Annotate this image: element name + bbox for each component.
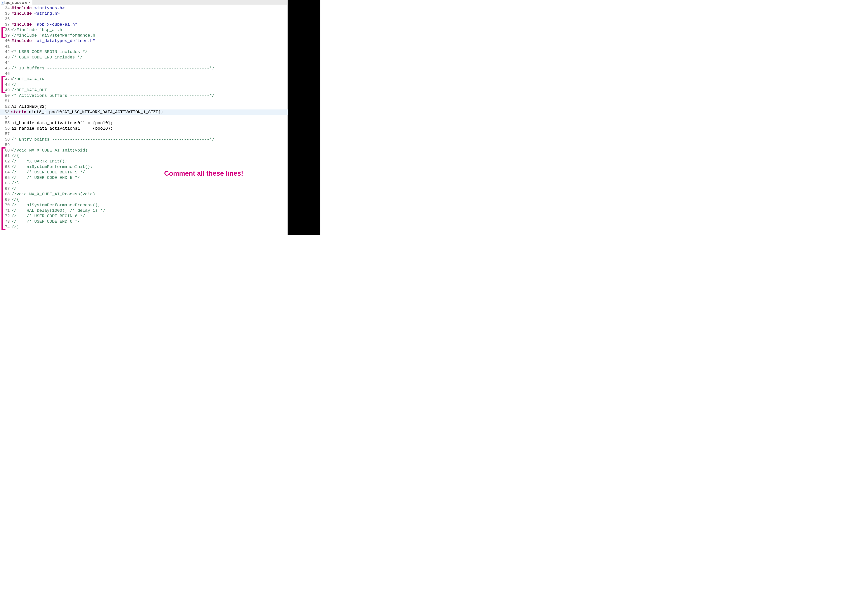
code-line[interactable]: 60//void MX_X_CUBE_AI_Init(void) bbox=[0, 148, 288, 153]
code-line[interactable]: 65// /* USER CODE END 5 */ bbox=[0, 175, 288, 180]
code-line[interactable]: 42/* USER CODE BEGIN includes */ bbox=[0, 49, 288, 55]
line-number: 52 bbox=[0, 104, 11, 110]
code-line[interactable]: 62// MX_UARTx_Init(); bbox=[0, 159, 288, 164]
code-content[interactable]: //#include "bsp_ai.h" bbox=[11, 27, 64, 33]
code-line[interactable]: 43/* USER CODE END includes */ bbox=[0, 55, 288, 60]
line-number: 50 bbox=[0, 93, 11, 98]
code-content[interactable]: //#include "aiSystemPerformance.h" bbox=[11, 33, 98, 38]
code-content[interactable]: //{ bbox=[11, 197, 19, 202]
code-line[interactable]: 41 bbox=[0, 44, 288, 49]
code-content[interactable]: // MX_UARTx_Init(); bbox=[11, 159, 67, 164]
fold-icon[interactable]: ⊝ bbox=[11, 78, 13, 81]
code-line[interactable]: 55ai_handle data_activations0[] = {pool0… bbox=[0, 120, 288, 126]
code-line[interactable]: 34#include <inttypes.h> bbox=[0, 6, 288, 11]
code-line[interactable]: 72// /* USER CODE BEGIN 6 */ bbox=[0, 213, 288, 219]
code-content[interactable]: // aiSystemPerformanceInit(); bbox=[11, 164, 92, 170]
code-editor[interactable]: 34#include <inttypes.h>35#include <strin… bbox=[0, 5, 288, 230]
code-line[interactable]: 38//#include "bsp_ai.h" bbox=[0, 27, 288, 33]
tab-filename: app_x-cube-ai.c bbox=[6, 1, 26, 4]
code-line[interactable]: 47//DEF_DATA_IN bbox=[0, 76, 288, 82]
code-line[interactable]: 63// aiSystemPerformanceInit(); bbox=[0, 164, 288, 170]
code-line[interactable]: 54 bbox=[0, 115, 288, 120]
line-number: 55 bbox=[0, 120, 11, 126]
code-line[interactable]: 53static uint8_t pool0[AI_USC_NETWORK_DA… bbox=[0, 110, 288, 115]
code-line[interactable]: 71// HAL_Delay(1000); /* delay 1s */ bbox=[0, 208, 288, 213]
code-content[interactable]: static uint8_t pool0[AI_USC_NETWORK_DATA… bbox=[11, 110, 288, 115]
code-line[interactable]: 74//} bbox=[0, 224, 288, 230]
code-content[interactable]: //} bbox=[11, 224, 19, 230]
fold-icon[interactable]: ⊝ bbox=[11, 50, 13, 53]
code-line[interactable]: 51 bbox=[0, 98, 288, 104]
code-content[interactable]: // /* USER CODE END 6 */ bbox=[11, 219, 80, 224]
code-line[interactable]: 66//} bbox=[0, 180, 288, 186]
code-line[interactable]: 48// bbox=[0, 82, 288, 88]
code-line[interactable]: 69//{ bbox=[0, 197, 288, 202]
code-line[interactable]: 39//#include "aiSystemPerformance.h" bbox=[0, 33, 288, 38]
code-content[interactable]: // /* USER CODE END 5 */ bbox=[11, 175, 80, 180]
line-number: 45 bbox=[0, 66, 11, 71]
code-line[interactable]: 56ai_handle data_activations1[] = {pool0… bbox=[0, 126, 288, 131]
code-content[interactable]: /* USER CODE END includes */ bbox=[11, 55, 83, 60]
code-line[interactable]: 50/* Activations buffers ---------------… bbox=[0, 93, 288, 98]
line-number: 53 bbox=[0, 110, 11, 115]
code-line[interactable]: 68//void MX_X_CUBE_AI_Process(void) bbox=[0, 192, 288, 197]
code-content[interactable]: // bbox=[11, 186, 16, 192]
code-line[interactable]: 36 bbox=[0, 16, 288, 22]
code-content[interactable]: #include <inttypes.h> bbox=[11, 6, 64, 11]
code-content[interactable]: /* Activations buffers -----------------… bbox=[11, 93, 214, 98]
code-line[interactable]: 58/* Entry points ----------------------… bbox=[0, 137, 288, 142]
line-number: 59 bbox=[0, 142, 11, 148]
annotation-bracket bbox=[1, 147, 6, 230]
code-content[interactable]: //{ bbox=[11, 153, 19, 159]
code-line[interactable]: 40#include "ai_datatypes_defines.h" bbox=[0, 38, 288, 44]
line-number: 44 bbox=[0, 60, 11, 66]
code-content[interactable]: #include <string.h> bbox=[11, 11, 60, 16]
code-content[interactable]: /* IO buffers --------------------------… bbox=[11, 66, 214, 71]
line-number: 56 bbox=[0, 126, 11, 131]
line-number: 42 bbox=[0, 49, 11, 55]
c-file-icon: c bbox=[1, 1, 4, 4]
code-content[interactable]: AI_ALIGNED(32) bbox=[11, 104, 47, 110]
code-content[interactable]: ai_handle data_activations1[] = {pool0}; bbox=[11, 126, 113, 131]
code-content[interactable]: //void MX_X_CUBE_AI_Init(void) bbox=[11, 148, 88, 153]
line-number: 36 bbox=[0, 16, 11, 22]
code-content[interactable]: /* Entry points ------------------------… bbox=[11, 137, 214, 142]
line-number: 41 bbox=[0, 44, 11, 49]
code-content[interactable]: //DEF_DATA_OUT bbox=[11, 88, 47, 93]
code-line[interactable]: 37#include "app_x-cube-ai.h" bbox=[0, 22, 288, 27]
code-line[interactable]: 70// aiSystemPerformanceProcess(); bbox=[0, 202, 288, 208]
code-line[interactable]: 64// /* USER CODE BEGIN 5 */ bbox=[0, 170, 288, 175]
line-number: 35 bbox=[0, 11, 11, 16]
code-content[interactable]: // /* USER CODE BEGIN 5 */ bbox=[11, 170, 85, 175]
code-content[interactable]: // /* USER CODE BEGIN 6 */ bbox=[11, 213, 85, 219]
code-line[interactable]: 73// /* USER CODE END 6 */ bbox=[0, 219, 288, 224]
line-number: 57 bbox=[0, 131, 11, 137]
line-number: 51 bbox=[0, 98, 11, 104]
close-icon[interactable]: ✕ bbox=[28, 1, 31, 4]
code-line[interactable]: 44 bbox=[0, 60, 288, 66]
code-line[interactable]: 67// bbox=[0, 186, 288, 192]
code-content[interactable]: #include "app_x-cube-ai.h" bbox=[11, 22, 78, 27]
code-content[interactable]: //DEF_DATA_IN bbox=[11, 76, 44, 82]
code-line[interactable]: 35#include <string.h> bbox=[0, 11, 288, 16]
code-content[interactable]: //} bbox=[11, 180, 19, 186]
code-line[interactable]: 57 bbox=[0, 131, 288, 137]
code-content[interactable]: // HAL_Delay(1000); /* delay 1s */ bbox=[11, 208, 105, 213]
line-number: 40 bbox=[0, 38, 11, 44]
code-line[interactable]: 45/* IO buffers ------------------------… bbox=[0, 66, 288, 71]
code-content[interactable]: #include "ai_datatypes_defines.h" bbox=[11, 38, 95, 44]
editor-tab-active[interactable]: c app_x-cube-ai.c ✕ bbox=[0, 0, 32, 5]
code-content[interactable]: //void MX_X_CUBE_AI_Process(void) bbox=[11, 192, 95, 197]
code-content[interactable]: /* USER CODE BEGIN includes */ bbox=[11, 49, 88, 55]
code-line[interactable]: 59 bbox=[0, 142, 288, 148]
code-content[interactable]: // aiSystemPerformanceProcess(); bbox=[11, 202, 100, 208]
fold-icon[interactable]: ⊝ bbox=[11, 28, 13, 31]
code-content[interactable]: // bbox=[11, 82, 16, 88]
code-line[interactable]: 52AI_ALIGNED(32) bbox=[0, 104, 288, 110]
code-line[interactable]: 46 bbox=[0, 71, 288, 76]
fold-icon[interactable]: ⊝ bbox=[11, 148, 13, 152]
code-content[interactable]: ai_handle data_activations0[] = {pool0}; bbox=[11, 120, 113, 126]
code-line[interactable]: 49//DEF_DATA_OUT bbox=[0, 88, 288, 93]
line-number: 46 bbox=[0, 71, 11, 76]
code-line[interactable]: 61//{ bbox=[0, 153, 288, 159]
